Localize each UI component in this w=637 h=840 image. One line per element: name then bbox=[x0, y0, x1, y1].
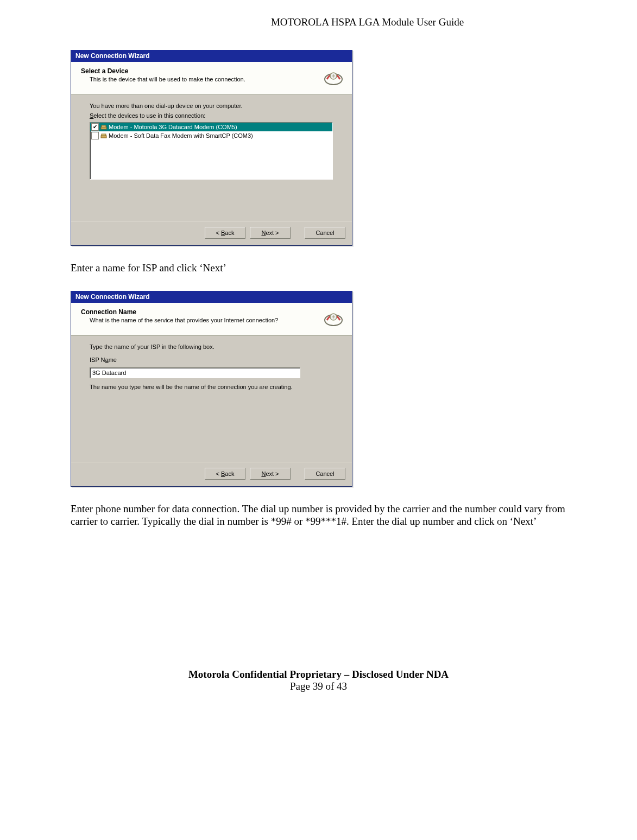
modem-icon bbox=[100, 123, 108, 131]
device-list-item[interactable]: Modem - Soft Data Fax Modem with SmartCP… bbox=[90, 131, 332, 140]
dialog-instruction: Type the name of your ISP in the followi… bbox=[90, 343, 333, 350]
next-button[interactable]: Next > bbox=[250, 468, 291, 480]
svg-rect-5 bbox=[102, 125, 106, 127]
svg-rect-7 bbox=[102, 134, 106, 136]
svg-rect-4 bbox=[101, 127, 106, 129]
dialog-header-title: Connection Name bbox=[81, 308, 323, 316]
dialog-button-row: < Back Next > Cancel bbox=[71, 462, 352, 486]
isp-name-label: ISP Name bbox=[90, 357, 333, 363]
footer-confidential: Motorola Confidential Proprietary – Disc… bbox=[71, 669, 566, 680]
dialog-note: The name you type here will be the name … bbox=[90, 384, 333, 390]
dialog-body: Type the name of your ISP in the followi… bbox=[71, 336, 352, 462]
dialog-instruction-2: Select the devices to use in this connec… bbox=[90, 112, 333, 119]
document-paragraph: Enter phone number for data connection. … bbox=[71, 503, 566, 528]
page-footer: Motorola Confidential Proprietary – Disc… bbox=[71, 669, 566, 692]
wizard-dialog-select-device: New Connection Wizard Select a Device Th… bbox=[71, 50, 352, 246]
svg-rect-6 bbox=[101, 136, 106, 138]
wizard-logo-icon bbox=[323, 67, 344, 89]
footer-page-number: Page 39 of 43 bbox=[71, 680, 566, 692]
isp-name-input[interactable] bbox=[90, 367, 300, 378]
back-button[interactable]: < Back bbox=[205, 468, 245, 480]
back-button[interactable]: < Back bbox=[205, 227, 245, 239]
wizard-logo-icon bbox=[323, 308, 344, 330]
next-button[interactable]: Next > bbox=[250, 227, 291, 239]
modem-icon bbox=[100, 132, 108, 139]
dialog-body: You have more than one dial-up device on… bbox=[71, 95, 352, 221]
checkbox-unchecked-icon[interactable] bbox=[91, 132, 99, 139]
dialog-header-panel: Connection Name What is the name of the … bbox=[71, 303, 352, 336]
dialog-instruction-1: You have more than one dial-up device on… bbox=[90, 103, 333, 109]
device-label: Modem - Motorola 3G Datacard Modem (COM5… bbox=[109, 124, 237, 130]
wizard-dialog-connection-name: New Connection Wizard Connection Name Wh… bbox=[71, 291, 352, 487]
device-label: Modem - Soft Data Fax Modem with SmartCP… bbox=[109, 132, 253, 139]
page-header: MOTOROLA HSPA LGA Module User Guide bbox=[71, 16, 566, 28]
dialog-header-subtitle: What is the name of the service that pro… bbox=[81, 317, 323, 323]
dialog-header-panel: Select a Device This is the device that … bbox=[71, 62, 352, 95]
device-list-item[interactable]: ✔ Modem - Motorola 3G Datacard Modem (CO… bbox=[90, 123, 332, 131]
device-listbox[interactable]: ✔ Modem - Motorola 3G Datacard Modem (CO… bbox=[90, 122, 333, 180]
dialog-header-subtitle: This is the device that will be used to … bbox=[81, 76, 323, 82]
document-paragraph: Enter a name for ISP and click ‘Next’ bbox=[71, 262, 566, 275]
dialog-button-row: < Back Next > Cancel bbox=[71, 221, 352, 245]
checkbox-checked-icon[interactable]: ✔ bbox=[91, 123, 99, 131]
dialog-titlebar: New Connection Wizard bbox=[71, 291, 352, 303]
dialog-header-title: Select a Device bbox=[81, 67, 323, 75]
dialog-titlebar: New Connection Wizard bbox=[71, 50, 352, 62]
cancel-button[interactable]: Cancel bbox=[305, 468, 345, 480]
cancel-button[interactable]: Cancel bbox=[305, 227, 345, 239]
